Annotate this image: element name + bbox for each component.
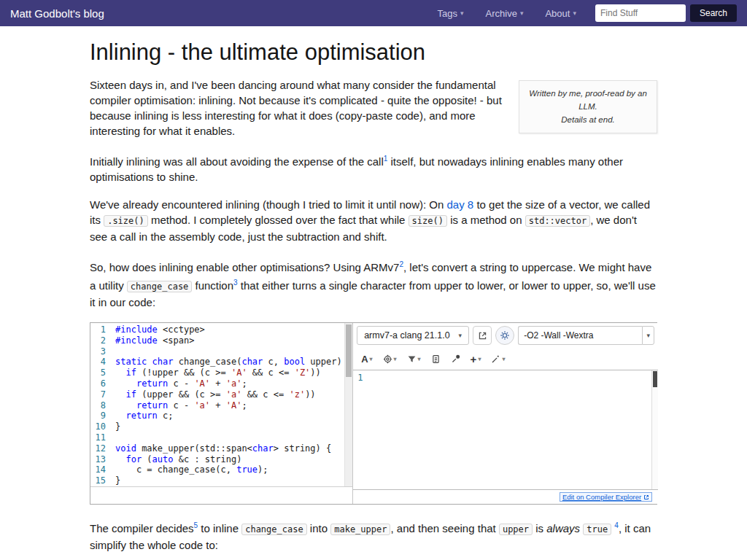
gear-icon[interactable]: ▾: [381, 353, 399, 365]
editor-code[interactable]: #include <cctype>#include <span> static …: [112, 324, 352, 486]
chevron-down-icon: ▾: [573, 9, 576, 17]
compiler-explorer-logo-icon[interactable]: [495, 326, 514, 345]
wrench-icon[interactable]: [449, 353, 462, 365]
inline-code: change_case: [127, 281, 192, 292]
editor-hscroll-area: [90, 486, 352, 504]
editor-scrollbar-thumb[interactable]: [346, 324, 352, 377]
editor-code-line[interactable]: if (!upper && (c >= 'A' && c <= 'Z')): [115, 368, 352, 378]
compiler-toolbar: armv7-a clang 21.1.0 ▾ ▾: [353, 323, 658, 348]
editor-code-line[interactable]: return c;: [115, 411, 352, 421]
text-link[interactable]: day 8: [447, 198, 474, 211]
aside-line-1: Written by me, proof-read by an LLM.: [527, 88, 649, 114]
output-scrollbar[interactable]: [651, 370, 658, 489]
font-size-icon[interactable]: A▾: [359, 352, 374, 366]
compiler-explorer-embed: 123456789101112131415 #include <cctype>#…: [90, 322, 657, 505]
search-button[interactable]: Search: [690, 4, 737, 22]
paragraph-2: Initially inlining was all about avoidin…: [90, 151, 657, 184]
paragraph-5: The compiler decides5 to inline change_c…: [90, 518, 657, 553]
nav-about[interactable]: About▾: [545, 8, 576, 19]
nav-tags-label: Tags: [438, 8, 457, 19]
paragraph-4: So, how does inlining enable other optim…: [90, 257, 657, 310]
site-brand[interactable]: Matt Godbolt's blog: [10, 7, 104, 20]
footnote-ref[interactable]: 3: [233, 279, 238, 287]
add-pane-icon[interactable]: +▾: [468, 351, 484, 367]
editor-code-line[interactable]: }: [115, 475, 352, 486]
search-input[interactable]: [595, 4, 686, 22]
compiler-output-pane: armv7-a clang 21.1.0 ▾ ▾ A▾ ▾: [353, 323, 658, 504]
article: Inlining - the ultimate optimisation Wri…: [90, 26, 657, 560]
nav-about-label: About: [545, 8, 570, 19]
editor-code-line[interactable]: c = change_case(c, true);: [115, 464, 352, 475]
nav-archive[interactable]: Archive▾: [486, 8, 524, 19]
inline-code: true: [583, 524, 611, 535]
inline-code: change_case: [241, 524, 306, 535]
editor-code-line[interactable]: #include <cctype>: [115, 324, 352, 335]
editor-code-line[interactable]: [115, 346, 352, 357]
aside-line-2: Details at end.: [527, 114, 649, 127]
paragraph-3: We've already encountered inlining (thou…: [90, 197, 657, 244]
embed-footer: Edit on Compiler Explorer: [353, 489, 658, 504]
top-navbar: Matt Godbolt's blog Tags▾ Archive▾ About…: [0, 0, 747, 26]
editor-code-line[interactable]: [115, 432, 352, 443]
editor-code-line[interactable]: for (auto &c : string): [115, 454, 352, 465]
editor-code-line[interactable]: return c - 'A' + 'a';: [115, 378, 352, 389]
document-icon[interactable]: [429, 353, 443, 365]
inline-code: make_upper: [330, 524, 390, 535]
editor-code-line[interactable]: if (upper && (c >= 'a' && c <= 'z')): [115, 389, 352, 400]
output-scrollbar-thumb[interactable]: [653, 371, 657, 387]
footnote-ref[interactable]: 5: [194, 521, 198, 529]
chevron-down-icon: ▾: [460, 9, 464, 17]
output-line-number: 1: [357, 373, 363, 383]
main-nav: Tags▾ Archive▾ About▾: [438, 8, 576, 19]
output-toolbar: A▾ ▾ ▾ +▾ ▾: [353, 348, 658, 370]
compiler-select-label: armv7-a clang 21.1.0: [364, 330, 449, 341]
compiler-options-group: ▾: [518, 326, 654, 345]
nav-archive-label: Archive: [486, 8, 517, 19]
written-by-aside: Written by me, proof-read by an LLM. Det…: [519, 80, 657, 133]
compiler-select[interactable]: armv7-a clang 21.1.0 ▾: [357, 326, 469, 345]
chevron-down-icon: ▾: [459, 332, 462, 339]
edit-link-label: Edit on Compiler Explorer: [562, 493, 641, 501]
chevron-down-icon: ▾: [520, 9, 524, 17]
source-editor-pane: 123456789101112131415 #include <cctype>#…: [90, 323, 353, 504]
compiler-options-input[interactable]: [518, 326, 642, 345]
editor-code-line[interactable]: #include <span>: [115, 335, 352, 346]
editor-code-line[interactable]: }: [115, 421, 352, 432]
footnote-ref[interactable]: 1: [384, 155, 388, 163]
editor-line-numbers: 123456789101112131415: [90, 324, 112, 486]
editor-code-line[interactable]: void make_upper(std::span<char> string) …: [115, 443, 352, 454]
nav-tags[interactable]: Tags▾: [438, 8, 464, 19]
editor-code-line[interactable]: static char change_case(char c, bool upp…: [115, 357, 352, 368]
inline-code: std::vector: [525, 215, 590, 227]
search-form: Search: [595, 4, 737, 22]
filter-icon[interactable]: ▾: [405, 353, 423, 365]
inline-code: upper: [499, 524, 533, 535]
footnote-ref[interactable]: 4: [614, 521, 619, 529]
external-link-icon[interactable]: [473, 326, 492, 345]
editor-scrollbar[interactable]: [344, 323, 352, 486]
footnote-ref[interactable]: 2: [399, 260, 403, 268]
asm-output-area[interactable]: 1: [353, 370, 658, 489]
page-title: Inlining - the ultimate optimisation: [90, 39, 657, 66]
inline-code: size(): [409, 215, 447, 227]
options-dropdown-button[interactable]: ▾: [642, 326, 654, 345]
inline-code: .size(): [104, 215, 148, 227]
wand-icon[interactable]: ▾: [489, 353, 507, 365]
edit-on-compiler-explorer-link[interactable]: Edit on Compiler Explorer: [560, 492, 652, 502]
editor-code-line[interactable]: return c - 'a' + 'A';: [115, 400, 352, 411]
